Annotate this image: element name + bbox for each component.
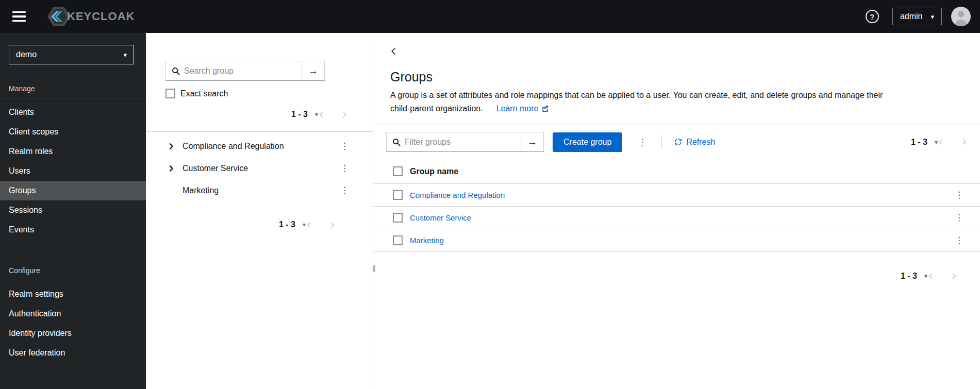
pagination-prev-button[interactable] [927,273,934,280]
avatar[interactable] [951,7,971,26]
sidebar-item-clients[interactable]: Clients [0,103,146,122]
kebab-menu-button[interactable]: ⋮ [338,141,351,151]
sidebar: demo ▾ Manage Clients Client scopes Real… [0,33,146,389]
sidebar-item-users[interactable]: Users [0,161,146,181]
bars-icon [12,11,26,13]
chevron-right-icon [951,273,957,280]
pagination-prev-button[interactable] [318,111,325,118]
chevron-left-icon [927,273,934,280]
pagination-prev-button[interactable] [306,222,312,228]
nav-list-manage: Clients Client scopes Realm roles Users … [0,98,146,240]
select-all-checkbox[interactable] [393,166,403,176]
expand-toggle-button[interactable] [168,165,178,172]
arrow-right-icon: → [308,65,318,76]
tree-item-marketing: Marketing ⋮ [146,179,373,201]
external-link-icon [542,105,549,112]
pagination-range-toggle[interactable]: 1 - 3 ▾ [911,138,938,147]
tree-item-label[interactable]: Customer Service [182,164,248,173]
kebab-menu-button[interactable]: ⋮ [338,185,351,196]
angle-left-icon [390,47,397,55]
sidebar-item-authentication[interactable]: Authentication [0,304,146,324]
pagination-range-toggle[interactable]: 1 - 3 ▾ [279,220,306,229]
table-row: Customer Service ⋮ [373,207,980,229]
create-group-button[interactable]: Create group [553,132,622,152]
help-icon[interactable]: ? [866,10,879,23]
kebab-menu-button[interactable]: ⋮ [338,163,351,174]
tree-item-customer-service: Customer Service ⋮ [146,157,373,179]
kebab-icon: ⋮ [638,137,647,147]
groups-main-panel: Groups A group is a set of attributes an… [373,33,980,389]
pagination-range-toggle[interactable]: 1 - 3 ▾ [291,110,318,119]
table-pagination-bottom: 1 - 3 ▾ [373,272,980,281]
group-search-submit-button[interactable]: → [302,61,324,80]
sidebar-item-realm-roles[interactable]: Realm roles [0,142,146,161]
realm-selector[interactable]: demo ▾ [9,45,134,64]
user-dropdown[interactable]: admin ▾ [892,8,942,25]
row-checkbox[interactable] [393,190,403,200]
pagination-range-toggle[interactable]: 1 - 3 ▾ [901,272,927,281]
refresh-label: Refresh [686,138,715,147]
kebab-icon: ⋮ [955,213,964,223]
panel-resize-handle[interactable]: ∥ [373,264,376,273]
sidebar-item-groups[interactable]: Groups [0,181,146,200]
chevron-left-icon [306,222,312,228]
group-search-input[interactable] [184,66,302,76]
description-line-2: child-parent organization.Learn more [390,102,963,115]
chevron-left-icon [938,139,944,145]
sidebar-item-sessions[interactable]: Sessions [0,200,146,220]
realm-selector-value: demo [16,50,37,59]
filter-groups-submit-button[interactable]: → [521,132,543,151]
nav-toggle-button[interactable] [12,11,26,22]
pagination-next-button[interactable] [329,222,336,228]
exact-search-row: Exact search [165,89,373,98]
groups-toolbar: → Create group ⋮ Refresh 1 - 3 [386,132,974,152]
question-glyph: ? [870,12,874,21]
toolbar-kebab-menu-button[interactable]: ⋮ [636,137,649,148]
angle-right-icon [168,143,175,150]
expand-toggle-button[interactable] [168,143,178,150]
sidebar-item-client-scopes[interactable]: Client scopes [0,122,146,142]
sidebar-item-identity-providers[interactable]: Identity providers [0,324,146,343]
group-search: → [165,61,325,81]
group-link[interactable]: Customer Service [410,213,471,222]
brand-text: KEYCLOAK [67,10,135,23]
refresh-button[interactable]: Refresh [674,138,715,147]
group-tree-panel: → Exact search 1 - 3 ▾ [146,33,373,389]
search-icon [166,67,184,75]
bars-icon [12,20,26,22]
masthead: KEYCLOAK ? admin ▾ [0,0,980,33]
row-kebab-menu-button[interactable]: ⋮ [953,212,966,223]
sidebar-item-user-federation[interactable]: User federation [0,343,146,363]
pagination-next-button[interactable] [951,273,957,280]
collapse-panel-button[interactable] [389,46,398,56]
tree-item-label[interactable]: Compliance and Regulation [182,142,284,151]
keycloak-admin-console: KEYCLOAK ? admin ▾ demo ▾ Manage [0,0,980,389]
pagination-next-button[interactable] [341,111,348,118]
caret-down-icon: ▾ [123,51,127,59]
group-link[interactable]: Marketing [410,236,444,245]
row-checkbox[interactable] [393,235,403,245]
pagination-range: 1 - 3 [279,220,295,229]
angle-right-icon [168,165,175,172]
exact-search-checkbox[interactable] [165,89,175,98]
chevron-right-icon [341,111,348,118]
toolbar-separator [661,135,662,149]
kebab-icon: ⋮ [955,190,964,200]
pagination-next-button[interactable] [961,139,968,145]
tree-item-label[interactable]: Marketing [182,186,219,195]
group-link[interactable]: Compliance and Regulation [410,191,505,199]
row-kebab-menu-button[interactable]: ⋮ [953,235,966,246]
groups-table: Group name Compliance and Regulation ⋮ C… [373,159,980,252]
pagination-prev-button[interactable] [938,139,944,145]
sidebar-item-realm-settings[interactable]: Realm settings [0,284,146,304]
row-kebab-menu-button[interactable]: ⋮ [953,190,966,200]
filter-groups-input[interactable] [405,138,521,147]
learn-more-link[interactable]: Learn more [496,104,549,113]
description-line-2-text: child-parent organization. [390,104,483,113]
tree-item-compliance-and-regulation: Compliance and Regulation ⋮ [146,135,373,157]
learn-more-label: Learn more [496,104,539,113]
row-checkbox[interactable] [393,213,403,223]
group-tree: Compliance and Regulation ⋮ Customer Ser… [146,132,373,201]
nav-list-configure: Realm settings Authentication Identity p… [0,280,146,363]
sidebar-item-events[interactable]: Events [0,220,146,240]
